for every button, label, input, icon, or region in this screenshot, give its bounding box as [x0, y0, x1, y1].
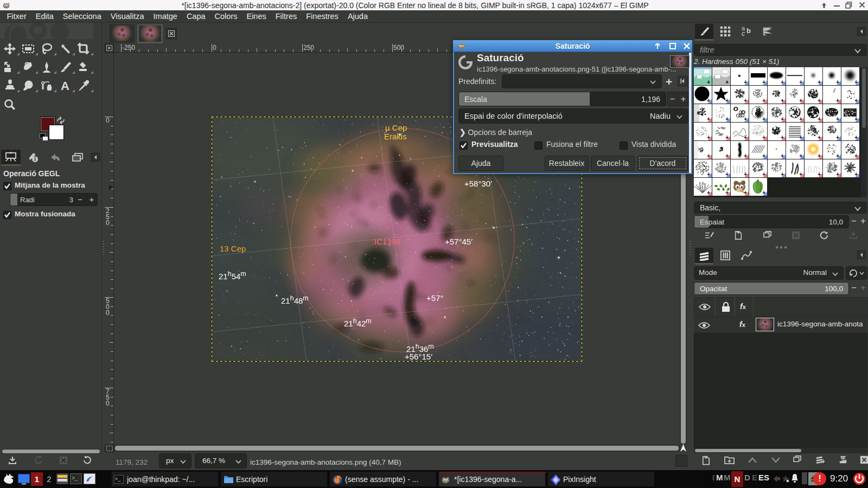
svg-text:+: +: [781, 171, 784, 177]
svg-text:+: +: [744, 134, 747, 140]
svg-text:+: +: [818, 134, 821, 140]
svg-text:+: +: [781, 134, 784, 140]
svg-text:+: +: [707, 98, 710, 104]
svg-text:+: +: [836, 79, 839, 85]
svg-text:+: +: [818, 79, 821, 85]
svg-text:+: +: [854, 134, 858, 140]
svg-text:+: +: [781, 116, 784, 122]
svg-text:+: +: [836, 153, 839, 159]
svg-text:+: +: [836, 134, 839, 140]
svg-text:+: +: [799, 79, 802, 85]
svg-text:+: +: [762, 79, 765, 85]
svg-text:+: +: [781, 98, 784, 104]
svg-text:A: A: [61, 79, 69, 92]
svg-text:+: +: [744, 116, 747, 122]
svg-text:+: +: [707, 116, 710, 122]
svg-text:+: +: [725, 116, 729, 122]
svg-text:+: +: [818, 171, 821, 177]
svg-text:+: +: [854, 171, 858, 177]
svg-text:+: +: [707, 153, 710, 159]
svg-text:+: +: [725, 79, 729, 85]
svg-text:+: +: [836, 98, 839, 104]
svg-text:+: +: [799, 171, 802, 177]
svg-text:+: +: [854, 116, 858, 122]
svg-text:+: +: [744, 153, 747, 159]
svg-text:+: +: [725, 190, 729, 196]
svg-text:+: +: [744, 171, 747, 177]
svg-text:+: +: [744, 190, 747, 196]
svg-text:+: +: [707, 171, 710, 177]
svg-text:+: +: [744, 98, 747, 104]
svg-text:+: +: [762, 98, 765, 104]
svg-text:+: +: [799, 116, 802, 122]
svg-text:+: +: [781, 153, 784, 159]
svg-text:+: +: [762, 190, 765, 196]
svg-text:+: +: [762, 134, 765, 140]
svg-text:+: +: [762, 153, 765, 159]
svg-text:+: +: [725, 134, 729, 140]
svg-text:+: +: [707, 134, 710, 140]
svg-text:+: +: [744, 79, 747, 85]
svg-text:+: +: [707, 79, 710, 85]
svg-text:+: +: [836, 171, 839, 177]
svg-text:+: +: [725, 171, 729, 177]
svg-text:+: +: [854, 153, 858, 159]
svg-text:+: +: [854, 98, 858, 104]
svg-text:+: +: [762, 171, 765, 177]
svg-text:i: i: [34, 156, 36, 162]
svg-text:+: +: [725, 153, 729, 159]
svg-text:+: +: [799, 153, 802, 159]
svg-text:+: +: [818, 116, 821, 122]
svg-text:+: +: [707, 190, 710, 196]
svg-text:+: +: [836, 116, 839, 122]
svg-text:+: +: [818, 153, 821, 159]
svg-text:+: +: [781, 79, 784, 85]
svg-text:+: +: [818, 98, 821, 104]
svg-text:+: +: [854, 79, 858, 85]
svg-text:+: +: [799, 98, 802, 104]
svg-text:+: +: [762, 116, 765, 122]
svg-text:+: +: [799, 134, 802, 140]
svg-text:+: +: [725, 98, 729, 104]
